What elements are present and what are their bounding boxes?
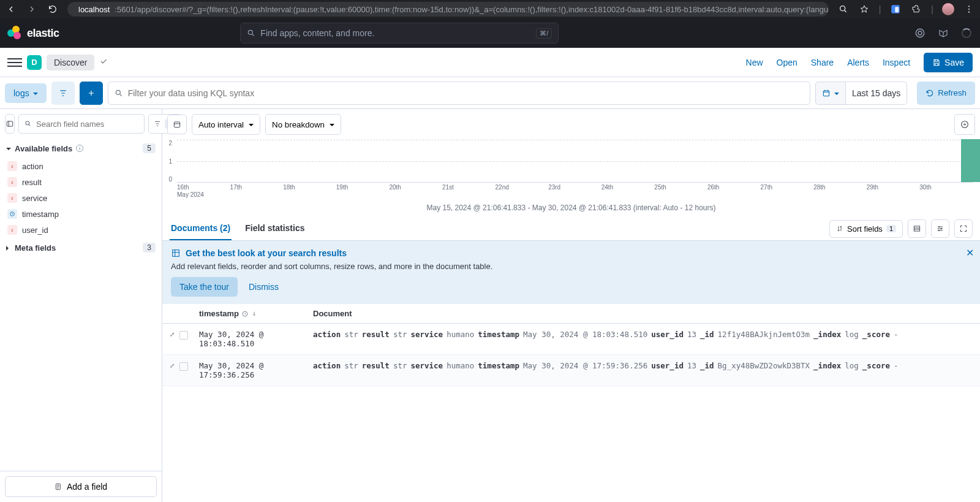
index-edit-icon <box>55 482 63 491</box>
svg-rect-13 <box>823 90 829 96</box>
row-timestamp: May 30, 2024 @ 18:03:48.510 <box>199 330 313 348</box>
histogram-chart[interactable]: 210 16th17th18th19th20th21st22nd23rd24th… <box>162 140 980 201</box>
toggle-histogram-button[interactable] <box>167 115 187 134</box>
filter-menu-button[interactable] <box>51 82 75 105</box>
row-document: actionstrresultstrservicehumanotimestamp… <box>313 330 973 348</box>
histogram-bar[interactable] <box>961 139 981 182</box>
meta-fields-header[interactable]: Meta fields 3 <box>0 238 162 257</box>
field-item-timestamp[interactable]: timestamp <box>0 206 162 222</box>
svg-point-7 <box>968 9 970 10</box>
histogram-controls: Auto interval No breakdown <box>162 109 980 140</box>
sliders-icon <box>936 224 944 233</box>
fields-sidebar: 0 Available fields i 5 tactiontresulttse… <box>0 109 162 502</box>
field-label: action <box>22 162 43 171</box>
bookmark-star-icon[interactable] <box>858 3 870 15</box>
field-item-action[interactable]: taction <box>0 158 162 174</box>
svg-point-15 <box>26 121 29 125</box>
browser-back-button[interactable] <box>5 3 17 15</box>
field-item-user_id[interactable]: tuser_id <box>0 222 162 238</box>
space-badge[interactable]: D <box>27 55 42 70</box>
newsfeed-icon[interactable] <box>937 27 949 39</box>
refresh-button[interactable]: Refresh <box>917 82 975 105</box>
svg-rect-24 <box>173 250 179 257</box>
collapse-sidebar-button[interactable] <box>5 114 15 134</box>
column-header-timestamp[interactable]: timestamp <box>199 309 313 318</box>
profile-avatar[interactable] <box>942 3 954 15</box>
url-host: localhost <box>78 5 110 14</box>
data-view-selector[interactable]: logs <box>5 83 47 103</box>
search-shortcut-badge: ⌘/ <box>536 28 552 39</box>
add-filter-button[interactable] <box>80 82 103 105</box>
help-icon[interactable] <box>914 27 926 39</box>
app-breadcrumb-discover[interactable]: Discover <box>47 55 94 70</box>
url-path: :5601/app/discover#/?_g=(filters:!(),ref… <box>115 5 828 14</box>
sort-fields-button[interactable]: Sort fields 1 <box>829 220 903 238</box>
browser-chrome: localhost:5601/app/discover#/?_g=(filter… <box>0 0 980 18</box>
svg-point-12 <box>116 90 120 94</box>
svg-point-6 <box>968 6 970 7</box>
chart-range-label: May 15, 2024 @ 21:06:41.833 - May 30, 20… <box>162 201 980 217</box>
global-search[interactable]: Find apps, content, and more. ⌘/ <box>240 23 559 44</box>
svg-point-19 <box>962 121 968 128</box>
elastic-logo[interactable]: elastic <box>7 26 59 40</box>
zoom-icon[interactable] <box>837 3 850 15</box>
browser-reload-button[interactable] <box>47 3 59 15</box>
expand-row-icon[interactable]: ⤢ <box>170 362 175 369</box>
tab-field-statistics[interactable]: Field statistics <box>244 217 306 240</box>
row-checkbox[interactable] <box>179 362 188 371</box>
elastic-logo-icon <box>7 26 22 40</box>
row-checkbox[interactable] <box>179 331 188 340</box>
chevron-down-icon <box>6 144 11 153</box>
svg-rect-18 <box>174 122 179 127</box>
loading-spinner-icon <box>960 27 973 39</box>
browser-forward-button[interactable] <box>26 3 38 15</box>
share-link[interactable]: Share <box>811 58 834 67</box>
field-label: timestamp <box>22 210 59 219</box>
svg-point-11 <box>918 31 922 35</box>
chevron-down-icon[interactable] <box>99 57 108 67</box>
fullscreen-button[interactable] <box>954 219 973 238</box>
text-field-icon: t <box>7 177 17 187</box>
text-field-icon: t <box>7 161 17 171</box>
calendar-icon <box>822 89 831 97</box>
field-item-service[interactable]: tservice <box>0 190 162 206</box>
browser-menu-icon[interactable] <box>963 3 975 15</box>
edit-visualization-button[interactable] <box>954 114 975 135</box>
inspect-link[interactable]: Inspect <box>883 58 910 67</box>
available-fields-header[interactable]: Available fields i 5 <box>0 139 162 158</box>
document-tabs: Documents (2) Field statistics Sort fiel… <box>162 217 980 241</box>
expand-row-icon[interactable]: ⤢ <box>170 331 175 338</box>
take-tour-button[interactable]: Take the tour <box>171 277 238 297</box>
interval-dropdown[interactable]: Auto interval <box>192 114 260 135</box>
translate-extension-icon[interactable] <box>889 3 902 15</box>
display-options-button[interactable] <box>908 219 926 238</box>
save-button[interactable]: Save <box>924 53 973 72</box>
filter-icon <box>59 89 67 97</box>
alerts-link[interactable]: Alerts <box>847 58 869 67</box>
column-header-document[interactable]: Document <box>313 309 973 318</box>
chevron-down-icon <box>33 88 38 98</box>
x-axis: 16th17th18th19th20th21st22nd23rd24th25th… <box>177 184 973 191</box>
close-callout-button[interactable]: ✕ <box>966 247 974 259</box>
table-settings-button[interactable] <box>931 219 949 238</box>
new-link[interactable]: New <box>746 58 763 67</box>
date-field-icon <box>7 209 17 219</box>
kql-search-input[interactable] <box>108 82 810 105</box>
field-search-input[interactable] <box>18 114 145 134</box>
info-icon[interactable]: i <box>76 145 83 152</box>
table-row: ⤢May 30, 2024 @ 17:59:36.256actionstrres… <box>162 355 980 386</box>
field-item-result[interactable]: tresult <box>0 174 162 190</box>
open-link[interactable]: Open <box>777 58 797 67</box>
save-icon <box>932 58 941 67</box>
date-range-display[interactable]: Last 15 days <box>846 82 907 105</box>
field-label: result <box>22 178 42 187</box>
tab-documents[interactable]: Documents (2) <box>170 217 232 240</box>
add-field-button[interactable]: Add a field <box>5 476 157 497</box>
browser-url-bar[interactable]: localhost:5601/app/discover#/?_g=(filter… <box>67 2 829 17</box>
kql-input-field[interactable] <box>128 88 804 98</box>
extensions-icon[interactable] <box>910 3 922 15</box>
dismiss-button[interactable]: Dismiss <box>249 282 279 292</box>
nav-toggle-button[interactable] <box>7 55 22 70</box>
breakdown-dropdown[interactable]: No breakdown <box>265 114 341 135</box>
date-quick-select[interactable] <box>815 82 846 105</box>
